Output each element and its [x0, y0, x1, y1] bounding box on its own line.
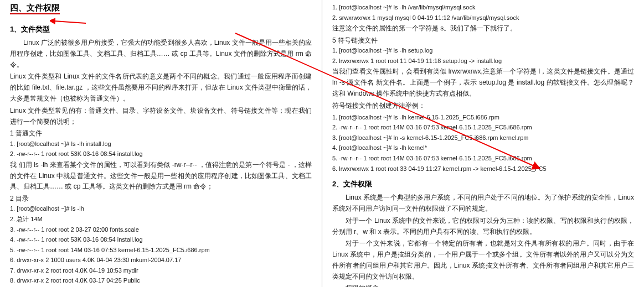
paragraph: Linux 文件类型常见的有：普通文件、目录、字符设备文件、块设备文件、符号链接…	[10, 106, 312, 128]
paragraph: 符号链接文件的创建方法举例：	[332, 101, 634, 112]
paragraph: 注意这个文件的属性的第一个字符是 s。我们了解一下就行了。	[332, 23, 634, 34]
code-line: 2. -rw-r--r-- 1 root root 53K 03-16 08:5…	[10, 149, 312, 159]
sub-title-file-permission: 2、文件权限	[332, 179, 634, 189]
paragraph: 我 们用 ls -lh 来查看某个文件的属性，可以看到有类似 -rw-r--r-…	[10, 160, 312, 192]
section-title: 四、文件权限	[10, 3, 60, 14]
sub-title-file-type: 1、文件类型	[10, 24, 312, 34]
paragraph: Linux 系统是一个典型的多用户系统，不同的用户处于不同的地位。为了保护系统的…	[332, 192, 634, 215]
code-line: 4. -rw-r--r-- 1 root root 53K 03-16 08:5…	[10, 235, 312, 245]
code-line: 6. lrwxrwxrwx 1 root root 33 04-19 11:27…	[332, 164, 634, 174]
sub-heading-normal-file: 1 普通文件	[10, 128, 312, 139]
code-line: 3. [root@localhost ~]# ln -s kernel-6.15…	[332, 133, 634, 143]
page-left: 四、文件权限 1、文件类型 Linux 广泛的被很多用户所接受，它强大的功能受到…	[0, 0, 322, 287]
code-line: 2. 总计 14M	[10, 215, 312, 225]
code-line: 5. -rw-r--r-- 1 root root 14M 03-16 07:5…	[332, 154, 634, 164]
paragraph: 对于一个文件来说，它都有一个特定的所有者，也就是对文件具有所有权的用户。同时，由…	[332, 238, 634, 282]
paragraph: Linux 广泛的被很多用户所接受，它强大的功能受到很多人喜欢，Linux 文件…	[10, 38, 312, 70]
code-line: 2. -rw-r--r-- 1 root root 14M 03-16 07:5…	[332, 123, 634, 133]
code-line: 1. [root@localhost ~]# ls -lh kernel-6.1…	[332, 113, 634, 123]
code-line: 3. -rw-r--r-- 1 root root 2 03-27 02:00 …	[10, 225, 312, 235]
code-line: 1. [root@localhost ~]# ls -lh /var/lib/m…	[332, 3, 634, 13]
code-line: 1. [root@localhost ~]# ls -lh	[10, 204, 312, 214]
sub-heading-directory: 2 目录	[10, 194, 312, 204]
code-line: 5. -rw-r--r-- 1 root root 14M 03-16 07:5…	[10, 246, 312, 255]
paragraph: 权限的概念	[332, 283, 634, 287]
code-line: 6. drwxr-xr-x 2 1000 users 4.0K 04-04 23…	[10, 255, 312, 265]
code-line: 7. drwxr-xr-x 2 root root 4.0K 04-19 10:…	[10, 266, 312, 276]
code-line: 1. [root@localhost ~]# ls -lh install.lo…	[10, 139, 312, 149]
paragraph: 对于一个 Linux 系统中的文件来说，它的权限可以分为三种：读的权限、写的权限…	[332, 216, 634, 238]
code-line: 8. drwxr-xr-x 2 root root 4.0K 03-17 04:…	[10, 276, 312, 286]
code-line: 2. srwxrwxrwx 1 mysql mysql 0 04-19 11:1…	[332, 13, 634, 23]
page-right: 1. [root@localhost ~]# ls -lh /var/lib/m…	[322, 0, 644, 287]
code-line: 2. lrwxrwxrwx 1 root root 11 04-19 11:18…	[332, 56, 634, 66]
code-line: 4. [root@localhost ~]# ls -lh kernel*	[332, 143, 634, 153]
sub-heading-symlink: 5 符号链接文件	[332, 35, 634, 46]
paragraph: 当我们查看文件属性时，会看到有类似 lrwxrwxrwx,注意第一个字符是 l，…	[332, 66, 634, 99]
paragraph: Linux 文件类型和 Linux 文件的文件名所代表的意义是两个不同的概念。我…	[10, 71, 312, 104]
code-line: 1. [root@localhost ~]# ls -lh setup.log	[332, 46, 634, 56]
